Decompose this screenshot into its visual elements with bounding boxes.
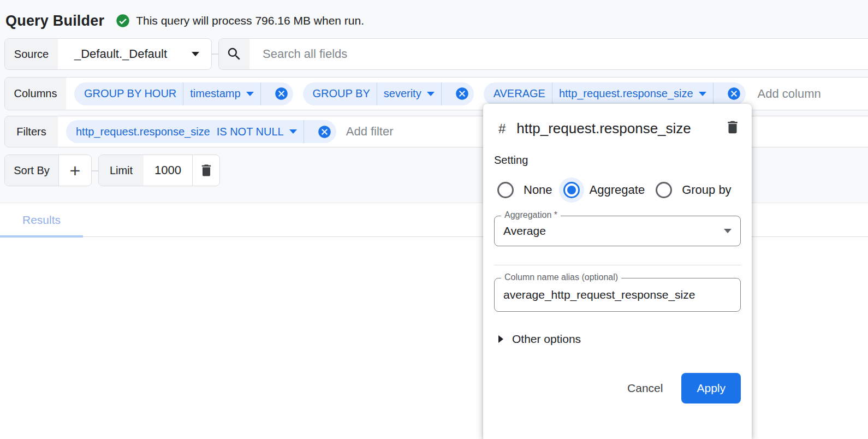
query-process-status: This query will process 796.16 MB when r… bbox=[136, 14, 364, 27]
connector-line bbox=[212, 54, 218, 55]
delete-column-button[interactable] bbox=[724, 119, 741, 138]
trash-icon bbox=[199, 163, 214, 178]
chip-prefix: AVERAGE bbox=[494, 87, 545, 100]
close-circle-icon bbox=[727, 86, 741, 101]
source-label: Source bbox=[5, 39, 58, 69]
chip-separator bbox=[377, 82, 377, 105]
search-icon-section bbox=[219, 39, 249, 69]
connector-line bbox=[92, 170, 98, 171]
chip-prefix: GROUP BY bbox=[313, 87, 370, 100]
caret-right-icon bbox=[498, 335, 503, 343]
chevron-down-icon[interactable] bbox=[289, 129, 297, 134]
chevron-down-icon bbox=[724, 229, 732, 233]
column-alias-field[interactable]: Column name alias (optional) average_htt… bbox=[494, 278, 741, 312]
chevron-down-icon[interactable] bbox=[699, 92, 706, 96]
cancel-button[interactable]: Cancel bbox=[616, 374, 674, 402]
remove-chip-button[interactable] bbox=[274, 86, 289, 101]
aggregation-select-value: Average bbox=[503, 224, 724, 238]
column-chip-severity[interactable]: GROUP BY severity bbox=[303, 82, 474, 105]
section-divider bbox=[494, 265, 741, 265]
radio-option-aggregate[interactable]: Aggregate bbox=[559, 177, 645, 203]
chevron-down-icon[interactable] bbox=[427, 92, 435, 96]
search-field[interactable]: Search all fields bbox=[218, 38, 868, 70]
close-circle-icon bbox=[317, 124, 332, 139]
source-selector[interactable]: Source _Default._Default bbox=[4, 38, 212, 70]
chip-prefix: GROUP BY HOUR bbox=[84, 87, 176, 100]
setting-radio-group: None Aggregate Group by bbox=[493, 177, 741, 203]
limit-control: Limit 1000 bbox=[98, 155, 220, 186]
source-value: _Default._Default bbox=[58, 39, 192, 69]
page-title: Query Builder bbox=[5, 13, 104, 29]
aggregation-select-label: Aggregation * bbox=[501, 210, 561, 220]
other-options-label: Other options bbox=[512, 333, 581, 346]
chip-field: timestamp bbox=[190, 87, 240, 100]
remove-chip-button[interactable] bbox=[455, 86, 469, 101]
chip-separator bbox=[552, 82, 552, 105]
add-sort-button[interactable]: + bbox=[59, 155, 91, 186]
add-column-input[interactable]: Add column bbox=[758, 87, 821, 101]
column-alias-value: average_http_request_response_size bbox=[503, 288, 732, 301]
chip-field: http_request.response_size bbox=[559, 87, 693, 100]
check-circle-icon bbox=[115, 13, 130, 28]
chip-field: severity bbox=[384, 87, 421, 100]
chip-operator: IS NOT NULL bbox=[217, 126, 284, 138]
tab-results-label: Results bbox=[22, 213, 61, 227]
limit-label: Limit bbox=[99, 155, 144, 186]
limit-value-input[interactable]: 1000 bbox=[144, 155, 193, 186]
search-placeholder: Search all fields bbox=[249, 39, 347, 69]
sort-by-label: Sort By bbox=[5, 155, 59, 186]
other-options-expander[interactable]: Other options bbox=[494, 333, 741, 346]
chip-separator bbox=[260, 82, 261, 105]
setting-section-label: Setting bbox=[494, 154, 741, 167]
delete-limit-button[interactable] bbox=[193, 155, 219, 186]
filter-chip-response-size[interactable]: http_request.response_size IS NOT NULL bbox=[66, 120, 336, 143]
sort-by-control: Sort By + bbox=[4, 155, 92, 186]
close-circle-icon bbox=[274, 86, 289, 101]
search-icon bbox=[226, 46, 242, 62]
chip-separator bbox=[183, 82, 183, 105]
remove-chip-button[interactable] bbox=[727, 86, 741, 101]
column-settings-dialog: # http_request.response_size Setting Non… bbox=[483, 104, 752, 439]
columns-label: Columns bbox=[5, 78, 66, 110]
chip-separator bbox=[304, 120, 304, 143]
radio-icon bbox=[497, 182, 514, 198]
tab-results[interactable]: Results bbox=[0, 203, 83, 237]
plus-icon: + bbox=[70, 160, 81, 181]
trash-icon bbox=[724, 119, 741, 135]
aggregation-select[interactable]: Aggregation * Average bbox=[494, 216, 741, 246]
radio-option-none[interactable]: None bbox=[493, 177, 552, 203]
close-circle-icon bbox=[455, 86, 469, 101]
radio-label: Aggregate bbox=[590, 183, 645, 197]
chevron-down-icon[interactable] bbox=[246, 92, 254, 96]
radio-icon bbox=[656, 182, 672, 198]
remove-chip-button[interactable] bbox=[317, 124, 332, 139]
chip-field: http_request.response_size bbox=[76, 126, 210, 138]
apply-button[interactable]: Apply bbox=[681, 373, 741, 404]
column-chip-response-size[interactable]: AVERAGE http_request.response_size bbox=[484, 82, 746, 105]
active-tab-underline bbox=[0, 235, 83, 238]
numeric-hash-icon: # bbox=[498, 121, 506, 137]
radio-label: Group by bbox=[682, 183, 732, 197]
header: Query Builder This query will process 79… bbox=[5, 11, 364, 31]
chip-separator bbox=[441, 82, 442, 105]
column-chip-timestamp[interactable]: GROUP BY HOUR timestamp bbox=[74, 82, 293, 105]
radio-option-group-by[interactable]: Group by bbox=[651, 177, 732, 203]
radio-icon-selected bbox=[563, 182, 580, 198]
dialog-actions: Cancel Apply bbox=[494, 373, 741, 404]
chevron-down-icon bbox=[192, 39, 211, 69]
query-builder-page: Query Builder This query will process 79… bbox=[0, 0, 868, 439]
add-filter-input[interactable]: Add filter bbox=[346, 124, 394, 139]
column-alias-label: Column name alias (optional) bbox=[501, 272, 621, 282]
chip-separator bbox=[713, 82, 714, 105]
filters-label: Filters bbox=[5, 116, 58, 147]
radio-label: None bbox=[524, 183, 552, 197]
dialog-header: # http_request.response_size bbox=[494, 117, 741, 140]
dialog-title: http_request.response_size bbox=[516, 117, 709, 140]
